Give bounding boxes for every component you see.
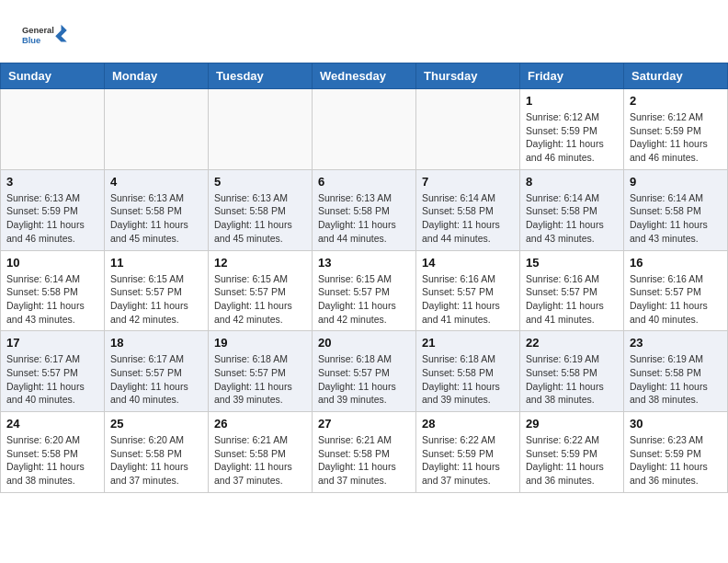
day-number: 29	[526, 417, 618, 431]
day-cell: 13Sunrise: 6:15 AMSunset: 5:57 PMDayligh…	[313, 250, 416, 331]
day-number: 16	[630, 256, 722, 270]
col-header-sunday: Sunday	[1, 63, 105, 89]
day-info: Sunrise: 6:22 AMSunset: 5:59 PMDaylight:…	[526, 433, 618, 488]
calendar-header-row: SundayMondayTuesdayWednesdayThursdayFrid…	[1, 63, 728, 89]
col-header-wednesday: Wednesday	[313, 63, 416, 89]
page-header: General Blue	[0, 0, 728, 63]
day-number: 24	[6, 417, 98, 431]
day-info: Sunrise: 6:21 AMSunset: 5:58 PMDaylight:…	[318, 433, 410, 488]
day-cell: 11Sunrise: 6:15 AMSunset: 5:57 PMDayligh…	[105, 250, 209, 331]
day-number: 26	[214, 417, 306, 431]
day-info: Sunrise: 6:14 AMSunset: 5:58 PMDaylight:…	[630, 191, 722, 246]
day-cell: 25Sunrise: 6:20 AMSunset: 5:58 PMDayligh…	[105, 412, 209, 493]
day-cell: 3Sunrise: 6:13 AMSunset: 5:59 PMDaylight…	[1, 169, 105, 250]
day-cell: 7Sunrise: 6:14 AMSunset: 5:58 PMDaylight…	[416, 169, 520, 250]
logo-svg: General Blue	[22, 17, 68, 53]
day-cell	[416, 89, 520, 170]
col-header-friday: Friday	[520, 63, 624, 89]
svg-text:General: General	[22, 26, 54, 35]
day-info: Sunrise: 6:19 AMSunset: 5:58 PMDaylight:…	[630, 352, 722, 407]
week-row-4: 17Sunrise: 6:17 AMSunset: 5:57 PMDayligh…	[1, 331, 728, 412]
calendar-wrap: SundayMondayTuesdayWednesdayThursdayFrid…	[0, 63, 728, 502]
day-cell: 26Sunrise: 6:21 AMSunset: 5:58 PMDayligh…	[209, 412, 313, 493]
day-cell: 21Sunrise: 6:18 AMSunset: 5:58 PMDayligh…	[416, 331, 520, 412]
day-number: 5	[214, 175, 306, 189]
logo: General Blue	[22, 17, 68, 53]
day-number: 23	[630, 336, 722, 350]
day-number: 30	[630, 417, 722, 431]
day-info: Sunrise: 6:13 AMSunset: 5:59 PMDaylight:…	[6, 191, 98, 246]
day-info: Sunrise: 6:20 AMSunset: 5:58 PMDaylight:…	[110, 433, 202, 488]
day-number: 3	[6, 175, 98, 189]
day-info: Sunrise: 6:14 AMSunset: 5:58 PMDaylight:…	[422, 191, 514, 246]
day-number: 20	[318, 336, 410, 350]
day-cell: 12Sunrise: 6:15 AMSunset: 5:57 PMDayligh…	[209, 250, 313, 331]
day-cell: 2Sunrise: 6:12 AMSunset: 5:59 PMDaylight…	[624, 89, 728, 170]
day-number: 12	[214, 256, 306, 270]
day-info: Sunrise: 6:13 AMSunset: 5:58 PMDaylight:…	[214, 191, 306, 246]
col-header-monday: Monday	[105, 63, 209, 89]
svg-text:Blue: Blue	[22, 36, 40, 45]
day-info: Sunrise: 6:20 AMSunset: 5:58 PMDaylight:…	[6, 433, 98, 488]
day-number: 10	[6, 256, 98, 270]
day-info: Sunrise: 6:12 AMSunset: 5:59 PMDaylight:…	[526, 110, 618, 165]
day-cell: 10Sunrise: 6:14 AMSunset: 5:58 PMDayligh…	[1, 250, 105, 331]
day-info: Sunrise: 6:21 AMSunset: 5:58 PMDaylight:…	[214, 433, 306, 488]
day-info: Sunrise: 6:19 AMSunset: 5:58 PMDaylight:…	[526, 352, 618, 407]
day-number: 8	[526, 175, 618, 189]
day-cell: 4Sunrise: 6:13 AMSunset: 5:58 PMDaylight…	[105, 169, 209, 250]
col-header-saturday: Saturday	[624, 63, 728, 89]
day-number: 25	[110, 417, 202, 431]
day-cell: 23Sunrise: 6:19 AMSunset: 5:58 PMDayligh…	[624, 331, 728, 412]
day-info: Sunrise: 6:18 AMSunset: 5:58 PMDaylight:…	[422, 352, 514, 407]
day-cell: 14Sunrise: 6:16 AMSunset: 5:57 PMDayligh…	[416, 250, 520, 331]
day-cell	[209, 89, 313, 170]
day-info: Sunrise: 6:17 AMSunset: 5:57 PMDaylight:…	[6, 352, 98, 407]
day-cell: 20Sunrise: 6:18 AMSunset: 5:57 PMDayligh…	[313, 331, 416, 412]
day-cell: 8Sunrise: 6:14 AMSunset: 5:58 PMDaylight…	[520, 169, 624, 250]
calendar-table: SundayMondayTuesdayWednesdayThursdayFrid…	[0, 63, 728, 493]
day-cell: 1Sunrise: 6:12 AMSunset: 5:59 PMDaylight…	[520, 89, 624, 170]
day-cell: 15Sunrise: 6:16 AMSunset: 5:57 PMDayligh…	[520, 250, 624, 331]
day-cell: 9Sunrise: 6:14 AMSunset: 5:58 PMDaylight…	[624, 169, 728, 250]
day-number: 9	[630, 175, 722, 189]
svg-marker-2	[55, 25, 67, 42]
day-cell	[313, 89, 416, 170]
day-cell: 16Sunrise: 6:16 AMSunset: 5:57 PMDayligh…	[624, 250, 728, 331]
day-cell: 22Sunrise: 6:19 AMSunset: 5:58 PMDayligh…	[520, 331, 624, 412]
day-number: 21	[422, 336, 514, 350]
week-row-2: 3Sunrise: 6:13 AMSunset: 5:59 PMDaylight…	[1, 169, 728, 250]
day-info: Sunrise: 6:16 AMSunset: 5:57 PMDaylight:…	[526, 272, 618, 327]
week-row-1: 1Sunrise: 6:12 AMSunset: 5:59 PMDaylight…	[1, 89, 728, 170]
day-info: Sunrise: 6:14 AMSunset: 5:58 PMDaylight:…	[526, 191, 618, 246]
day-cell: 19Sunrise: 6:18 AMSunset: 5:57 PMDayligh…	[209, 331, 313, 412]
week-row-5: 24Sunrise: 6:20 AMSunset: 5:58 PMDayligh…	[1, 412, 728, 493]
day-info: Sunrise: 6:16 AMSunset: 5:57 PMDaylight:…	[422, 272, 514, 327]
day-number: 2	[630, 94, 722, 108]
day-info: Sunrise: 6:17 AMSunset: 5:57 PMDaylight:…	[110, 352, 202, 407]
day-info: Sunrise: 6:14 AMSunset: 5:58 PMDaylight:…	[6, 272, 98, 327]
day-info: Sunrise: 6:18 AMSunset: 5:57 PMDaylight:…	[318, 352, 410, 407]
day-number: 22	[526, 336, 618, 350]
col-header-tuesday: Tuesday	[209, 63, 313, 89]
day-number: 28	[422, 417, 514, 431]
day-number: 27	[318, 417, 410, 431]
day-number: 11	[110, 256, 202, 270]
day-cell: 6Sunrise: 6:13 AMSunset: 5:58 PMDaylight…	[313, 169, 416, 250]
day-info: Sunrise: 6:12 AMSunset: 5:59 PMDaylight:…	[630, 110, 722, 165]
day-number: 7	[422, 175, 514, 189]
day-info: Sunrise: 6:18 AMSunset: 5:57 PMDaylight:…	[214, 352, 306, 407]
day-info: Sunrise: 6:16 AMSunset: 5:57 PMDaylight:…	[630, 272, 722, 327]
week-row-3: 10Sunrise: 6:14 AMSunset: 5:58 PMDayligh…	[1, 250, 728, 331]
day-number: 14	[422, 256, 514, 270]
col-header-thursday: Thursday	[416, 63, 520, 89]
day-cell: 24Sunrise: 6:20 AMSunset: 5:58 PMDayligh…	[1, 412, 105, 493]
day-number: 4	[110, 175, 202, 189]
day-info: Sunrise: 6:15 AMSunset: 5:57 PMDaylight:…	[214, 272, 306, 327]
day-cell	[1, 89, 105, 170]
day-cell: 5Sunrise: 6:13 AMSunset: 5:58 PMDaylight…	[209, 169, 313, 250]
day-info: Sunrise: 6:15 AMSunset: 5:57 PMDaylight:…	[318, 272, 410, 327]
day-cell	[105, 89, 209, 170]
day-info: Sunrise: 6:22 AMSunset: 5:59 PMDaylight:…	[422, 433, 514, 488]
day-number: 13	[318, 256, 410, 270]
